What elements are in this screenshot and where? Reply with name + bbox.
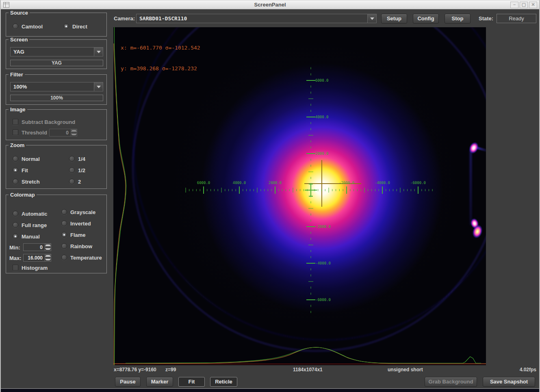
radio-grayscale-label: Grayscale bbox=[70, 209, 95, 215]
threshold-label: Threshold bbox=[22, 130, 47, 136]
radio-zoom-quarter[interactable] bbox=[69, 156, 75, 162]
min-label: Min: bbox=[9, 245, 20, 251]
pixel-datatype: unsigned short bbox=[388, 367, 423, 373]
radio-zoom-normal-label: Normal bbox=[22, 156, 40, 162]
stop-button[interactable]: Stop bbox=[445, 14, 471, 24]
fit-button[interactable]: Fit bbox=[178, 377, 205, 387]
threshold-value[interactable]: 0 bbox=[49, 129, 71, 136]
radio-zoom-half[interactable] bbox=[69, 167, 75, 173]
h-axis-label: 2000.0 bbox=[269, 181, 282, 185]
chevron-down-icon bbox=[97, 51, 101, 53]
camera-value[interactable]: SARBD01-DSCR110 bbox=[137, 14, 367, 23]
camera-dropdown-button[interactable] bbox=[367, 14, 376, 23]
image-group: Image Subtract Background Threshold 0 bbox=[6, 109, 107, 140]
radio-flame[interactable] bbox=[61, 232, 67, 238]
radio-zoom-half-label: 1/2 bbox=[78, 167, 85, 173]
camera-combobox[interactable]: SARBD01-DSCR110 bbox=[136, 14, 377, 23]
spinner-up-icon[interactable] bbox=[45, 244, 51, 247]
radio-zoom-two[interactable] bbox=[69, 179, 75, 184]
spinner-up-icon[interactable] bbox=[71, 129, 77, 133]
radio-temperature[interactable] bbox=[61, 255, 67, 260]
colormap-group: Colormap Automatic Full range Manual Gra… bbox=[6, 195, 107, 273]
min-spinner[interactable]: 0 bbox=[23, 243, 51, 251]
spinner-down-icon[interactable] bbox=[71, 133, 77, 136]
radio-direct[interactable] bbox=[63, 24, 69, 29]
maximize-icon[interactable]: ▢ bbox=[520, 2, 528, 8]
h-axis-label: -6000.0 bbox=[410, 181, 426, 185]
image-dimensions: 1184x1074x1 bbox=[293, 367, 323, 373]
save-snapshot-button[interactable]: Save Snapshot bbox=[483, 377, 535, 387]
radio-zoom-quarter-label: 1/4 bbox=[78, 156, 85, 162]
screen-combobox[interactable]: YAG bbox=[10, 47, 103, 56]
histogram-checkbox[interactable] bbox=[13, 265, 18, 271]
reticle-button[interactable]: Reticle bbox=[210, 377, 237, 387]
minimize-icon[interactable]: – bbox=[510, 2, 518, 8]
filter-dropdown-button[interactable] bbox=[94, 82, 103, 91]
threshold-spinner[interactable]: 0 bbox=[49, 129, 77, 136]
window-bottom-frame bbox=[1, 388, 539, 392]
spinner-down-icon[interactable] bbox=[45, 247, 51, 251]
radio-full-range[interactable] bbox=[13, 222, 18, 228]
y-profile-fit-curve bbox=[114, 43, 126, 365]
filter-current-value: 100% bbox=[10, 95, 103, 101]
radio-inverted[interactable] bbox=[61, 221, 67, 226]
window-title: ScreenPanel bbox=[1, 2, 539, 8]
screen-dropdown-button[interactable] bbox=[94, 48, 103, 56]
grab-background-button[interactable]: Grab Background bbox=[425, 377, 477, 387]
max-spinner[interactable]: 16.000 bbox=[23, 254, 51, 262]
marker-button[interactable]: Marker bbox=[146, 377, 173, 387]
pause-button[interactable]: Pause bbox=[115, 377, 141, 387]
spinner-up-icon[interactable] bbox=[45, 254, 51, 258]
radio-zoom-fit-label: Fit bbox=[22, 167, 28, 173]
source-group: Source Camtool Direct bbox=[6, 13, 107, 37]
radio-automatic[interactable] bbox=[13, 211, 18, 217]
close-icon[interactable]: ✕ bbox=[529, 2, 537, 8]
setup-button[interactable]: Setup bbox=[381, 14, 407, 24]
radio-rainbow[interactable] bbox=[61, 243, 67, 249]
filter-combobox[interactable]: 100% bbox=[10, 82, 103, 91]
min-value[interactable]: 0 bbox=[23, 243, 45, 251]
v-axis-label: -2000.0 bbox=[315, 225, 331, 229]
chevron-down-icon bbox=[370, 17, 374, 20]
radio-automatic-label: Automatic bbox=[22, 211, 48, 217]
chevron-down-icon bbox=[97, 86, 101, 88]
x-profile-curve bbox=[126, 347, 481, 363]
filter-group: Filter 100% 100% bbox=[6, 74, 107, 105]
filter-group-title: Filter bbox=[9, 71, 25, 78]
radio-manual-label: Manual bbox=[22, 234, 40, 240]
h-axis-label: 6000.0 bbox=[197, 181, 210, 185]
screen-current-value: YAG bbox=[10, 60, 103, 66]
image-group-title: Image bbox=[9, 106, 27, 113]
radio-manual[interactable] bbox=[13, 234, 18, 239]
config-button[interactable]: Config bbox=[413, 14, 439, 24]
beam-image-viewport[interactable]: 6000.0 4000.0 2000.0 -2000.0 -4000.0 -60… bbox=[113, 27, 486, 365]
v-axis-label: 6000.0 bbox=[315, 78, 329, 82]
spinner-down-icon[interactable] bbox=[45, 258, 51, 262]
radio-zoom-normal[interactable] bbox=[13, 156, 18, 162]
beam-stats-x: x: m=-601.770 σ=-1012.542 bbox=[121, 44, 200, 51]
screen-combobox-value[interactable]: YAG bbox=[11, 48, 94, 56]
colormap-group-title: Colormap bbox=[9, 192, 37, 198]
frame-rate: 4.02fps bbox=[520, 367, 536, 373]
max-value[interactable]: 16.000 bbox=[23, 254, 45, 262]
subtract-background-checkbox[interactable] bbox=[13, 119, 18, 125]
radio-camtool[interactable] bbox=[13, 24, 18, 29]
radio-zoom-stretch-label: Stretch bbox=[22, 179, 40, 185]
h-axis-label: 4000.0 bbox=[233, 181, 246, 185]
screen-group-title: Screen bbox=[9, 37, 29, 43]
filter-combobox-value[interactable]: 100% bbox=[11, 82, 94, 91]
source-group-title: Source bbox=[9, 10, 30, 16]
radio-zoom-stretch[interactable] bbox=[13, 179, 18, 184]
h-axis-label: -4000.0 bbox=[375, 181, 390, 185]
beam-stats-overlay: x: m=-601.770 σ=-1012.542 y: m=398.268 σ… bbox=[121, 30, 200, 86]
radio-zoom-fit[interactable] bbox=[13, 167, 18, 173]
cursor-position: x=8778.76 y=-9160 bbox=[114, 367, 156, 373]
cursor-z-value: z=99 bbox=[165, 367, 176, 373]
histogram-label: Histogram bbox=[22, 265, 48, 271]
radio-zoom-two-label: 2 bbox=[78, 179, 81, 185]
v-axis-label: -4000.0 bbox=[315, 261, 331, 265]
radio-direct-label: Direct bbox=[72, 24, 87, 30]
radio-grayscale[interactable] bbox=[61, 209, 67, 215]
max-label: Max: bbox=[9, 255, 22, 261]
threshold-checkbox[interactable] bbox=[13, 130, 18, 135]
